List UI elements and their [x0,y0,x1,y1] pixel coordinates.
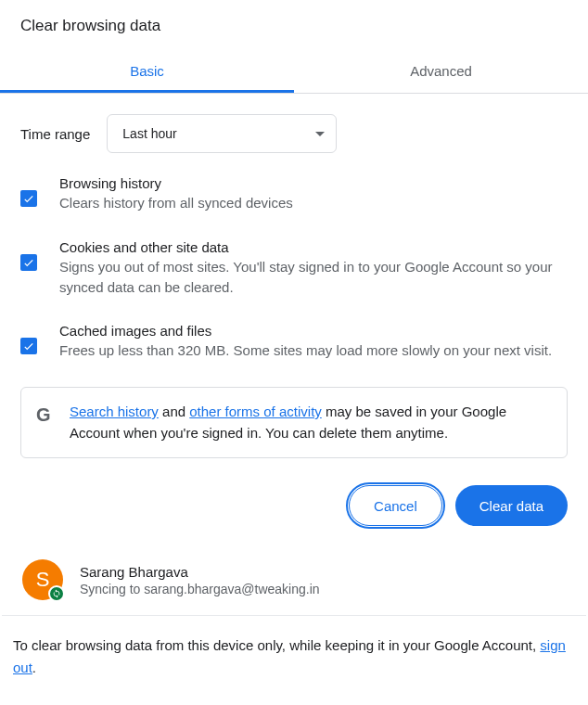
item-desc: Frees up less than 320 MB. Some sites ma… [59,340,552,361]
check-icon [22,192,35,205]
cache-row: Cached images and files Frees up less th… [20,323,568,361]
dialog-buttons: Cancel Clear data [0,465,588,546]
scroll-area[interactable]: Time range Last hour Browsing history Cl… [0,94,588,465]
cache-text: Cached images and files Frees up less th… [59,323,552,361]
google-account-info-box: G Search history and other forms of acti… [20,387,568,458]
cookies-text: Cookies and other site data Signs you ou… [59,239,568,298]
account-row: S Sarang Bhargava Syncing to sarang.bhar… [2,546,586,616]
cancel-button[interactable]: Cancel [349,485,442,526]
time-range-label: Time range [20,126,90,142]
check-icon [22,256,35,269]
clear-data-button[interactable]: Clear data [455,485,568,526]
dialog-title: Clear browsing data [0,0,588,54]
footer-pre: To clear browsing data from this device … [13,637,540,653]
check-icon [22,340,35,352]
avatar-initial: S [36,568,50,592]
google-icon: G [36,404,55,426]
account-text: Sarang Bhargava Syncing to sarang.bharga… [80,564,320,596]
item-title: Cookies and other site data [59,239,568,255]
cookies-checkbox[interactable] [20,254,37,271]
footer-post: . [32,660,36,675]
tab-basic[interactable]: Basic [0,54,294,93]
item-desc: Signs you out of most sites. You'll stay… [59,257,568,298]
footer-note: To clear browsing data from this device … [0,616,588,679]
time-range-row: Time range Last hour [20,94,568,175]
time-range-select[interactable]: Last hour [107,114,337,153]
other-activity-link[interactable]: other forms of activity [189,404,322,419]
chevron-down-icon [315,132,325,136]
tab-advanced[interactable]: Advanced [294,54,588,93]
browsing-history-text: Browsing history Clears history from all… [59,175,293,213]
cookies-row: Cookies and other site data Signs you ou… [20,239,568,298]
tabs: Basic Advanced [0,54,588,94]
account-name: Sarang Bhargava [80,564,320,580]
item-desc: Clears history from all synced devices [59,193,293,213]
avatar: S [22,559,63,600]
browsing-history-checkbox[interactable] [20,190,37,207]
info-text: Search history and other forms of activi… [70,401,552,444]
item-title: Cached images and files [59,323,552,339]
item-title: Browsing history [59,175,293,191]
account-sync-status: Syncing to sarang.bhargava@tweaking.in [80,582,320,596]
cache-checkbox[interactable] [20,338,37,354]
sync-badge-icon [48,585,65,602]
search-history-link[interactable]: Search history [70,404,159,419]
browsing-history-row: Browsing history Clears history from all… [20,175,568,213]
info-mid1: and [159,404,189,419]
time-range-value: Last hour [122,126,176,141]
